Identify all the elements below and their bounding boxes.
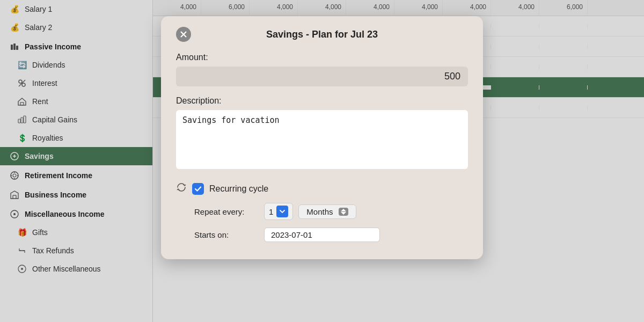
repeat-number-chevron[interactable] (276, 206, 288, 217)
starts-on-row: Starts on: (176, 228, 468, 242)
recurring-label: Recurring cycle (209, 184, 268, 194)
repeat-unit-value: Months (306, 207, 333, 216)
stepper-up-arrow (341, 209, 346, 211)
description-textarea[interactable]: Savings for vacation (176, 110, 468, 169)
recurring-checkbox[interactable] (192, 183, 204, 195)
starts-on-date-input[interactable] (264, 228, 380, 242)
modal-title: Savings - Plan for Jul 23 (197, 29, 468, 40)
repeat-unit-stepper[interactable] (339, 208, 348, 216)
recurring-row: Recurring cycle (176, 182, 468, 195)
recurring-refresh-icon (176, 182, 187, 195)
amount-input-wrapper (176, 67, 468, 86)
stepper-down-arrow (341, 212, 346, 215)
close-icon (180, 31, 187, 38)
starts-on-label: Starts on: (194, 230, 259, 239)
repeat-unit-select[interactable]: Months (298, 204, 356, 219)
repeat-every-row: Repeat every: 1 Months (176, 203, 468, 220)
modal-close-button[interactable] (176, 27, 191, 42)
savings-plan-modal: Savings - Plan for Jul 23 Amount: Descri… (161, 16, 483, 259)
modal-title-bar: Savings - Plan for Jul 23 (176, 27, 468, 42)
amount-input[interactable] (184, 71, 460, 82)
repeat-label: Repeat every: (194, 207, 259, 216)
repeat-number-select[interactable]: 1 (264, 203, 293, 220)
amount-label: Amount: (176, 53, 468, 62)
description-label: Description: (176, 96, 468, 106)
repeat-number-value: 1 (269, 207, 273, 216)
checkmark-icon (194, 185, 202, 193)
modal-overlay: Savings - Plan for Jul 23 Amount: Descri… (0, 0, 644, 322)
chevron-down-icon (279, 208, 286, 215)
